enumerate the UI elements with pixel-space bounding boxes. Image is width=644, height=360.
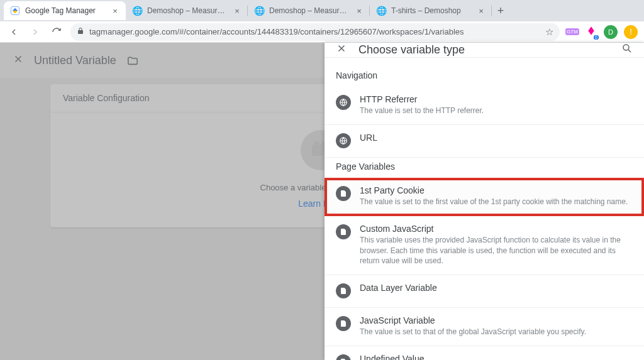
variable-item-text: URL <box>360 133 377 143</box>
tab-gtm[interactable]: Google Tag Manager × <box>4 1 126 20</box>
close-editor-button[interactable] <box>13 53 24 68</box>
variable-item-text: Custom JavaScriptThis variable uses the … <box>360 224 633 266</box>
variable-item-text: HTTP ReferrerThe value is set to the HTT… <box>360 94 484 116</box>
variable-item-desc: This variable uses the provided JavaScri… <box>360 235 633 266</box>
search-button[interactable] <box>621 43 633 57</box>
panel-title: Choose variable type <box>358 43 610 57</box>
tab-title: Demoshop – Measureschool D <box>147 6 229 15</box>
variable-type-item[interactable]: URL <box>325 125 644 158</box>
doc-icon <box>336 316 351 331</box>
variable-item-desc: The value is set to the first value of t… <box>360 197 628 207</box>
variable-item-name: JavaScript Variable <box>360 315 586 325</box>
variable-type-item[interactable]: 1st Party CookieThe value is set to the … <box>325 178 644 216</box>
close-tab-icon[interactable]: × <box>111 6 119 15</box>
gtm-extension-icon[interactable]: GTM <box>566 26 579 38</box>
variable-type-item[interactable]: Custom JavaScriptThis variable uses the … <box>325 216 644 275</box>
variable-item-text: 1st Party CookieThe value is set to the … <box>360 185 628 207</box>
lock-icon <box>77 27 84 36</box>
variable-type-item[interactable]: HTTP ReferrerThe value is set to the HTT… <box>325 87 644 125</box>
panel-header: Choose variable type <box>325 43 644 58</box>
doc-icon <box>336 224 351 239</box>
tab-demoshop-1[interactable]: 🌐 Demoshop – Measureschool D × <box>126 1 248 20</box>
reload-button[interactable] <box>49 25 64 40</box>
doc-icon <box>336 186 351 201</box>
close-panel-button[interactable] <box>336 43 347 57</box>
globe-favicon: 🌐 <box>376 6 386 16</box>
variable-item-text: JavaScript VariableThe value is set to t… <box>360 315 586 337</box>
gtm-workspace: Untitled Variable Variable Configuration… <box>0 43 644 360</box>
tab-tshirts[interactable]: 🌐 T-shirts – Demoshop × <box>370 1 492 20</box>
variable-item-name: URL <box>360 133 377 143</box>
browser-chrome: Google Tag Manager × 🌐 Demoshop – Measur… <box>0 0 644 43</box>
variable-type-panel: Choose variable type NavigationHTTP Refe… <box>325 43 644 360</box>
tab-strip: Google Tag Manager × 🌐 Demoshop – Measur… <box>0 0 644 21</box>
new-tab-button[interactable]: + <box>492 2 509 19</box>
profile-indicator[interactable]: ! <box>624 25 638 39</box>
profile-avatar[interactable]: D <box>604 25 618 39</box>
section-label: Page Variables <box>325 158 644 178</box>
variable-type-item[interactable]: Data Layer Variable <box>325 275 644 308</box>
variable-item-text: Undefined ValueContains the JavaScript '… <box>360 354 500 360</box>
variable-item-name: HTTP Referrer <box>360 94 484 104</box>
variable-item-name: Undefined Value <box>360 354 500 360</box>
close-tab-icon[interactable]: × <box>477 6 486 15</box>
url-text: tagmanager.google.com/#/container/accoun… <box>89 27 464 36</box>
tab-demoshop-2[interactable]: 🌐 Demoshop – Measureschool D × <box>248 1 370 20</box>
variable-item-desc: The value is set to that of the global J… <box>360 327 586 337</box>
variable-item-desc: The value is set to the HTTP referrer. <box>360 106 484 116</box>
globe-favicon: 🌐 <box>254 6 264 16</box>
variable-item-name: Custom JavaScript <box>360 224 633 234</box>
doc-icon <box>336 354 351 360</box>
variable-title[interactable]: Untitled Variable <box>34 54 116 67</box>
globe-icon <box>336 95 351 110</box>
back-button[interactable] <box>6 25 21 40</box>
extension-icon[interactable]: 0 <box>585 26 597 38</box>
tab-title: T-shirts – Demoshop <box>391 6 473 15</box>
close-tab-icon[interactable]: × <box>355 6 364 15</box>
variable-type-item[interactable]: Undefined ValueContains the JavaScript '… <box>325 346 644 360</box>
close-tab-icon[interactable]: × <box>233 6 242 15</box>
svg-point-0 <box>623 45 629 50</box>
forward-button[interactable] <box>28 25 43 40</box>
doc-icon <box>336 283 351 298</box>
folder-icon[interactable] <box>126 55 139 65</box>
globe-favicon: 🌐 <box>132 6 142 16</box>
extension-badge: 0 <box>594 35 599 40</box>
globe-icon <box>336 133 351 148</box>
gtm-favicon <box>10 6 20 16</box>
star-icon[interactable]: ☆ <box>545 26 553 38</box>
address-row: tagmanager.google.com/#/container/accoun… <box>0 21 644 43</box>
variable-item-name: Data Layer Variable <box>360 283 437 293</box>
variable-item-text: Data Layer Variable <box>360 283 437 293</box>
variable-item-name: 1st Party Cookie <box>360 185 628 195</box>
variable-type-item[interactable]: JavaScript VariableThe value is set to t… <box>325 308 644 346</box>
section-label: Navigation <box>325 67 644 87</box>
panel-body: NavigationHTTP ReferrerThe value is set … <box>325 58 644 360</box>
tab-title: Google Tag Manager <box>25 6 107 15</box>
tab-title: Demoshop – Measureschool D <box>269 6 351 15</box>
address-bar[interactable]: tagmanager.google.com/#/container/accoun… <box>70 23 560 41</box>
